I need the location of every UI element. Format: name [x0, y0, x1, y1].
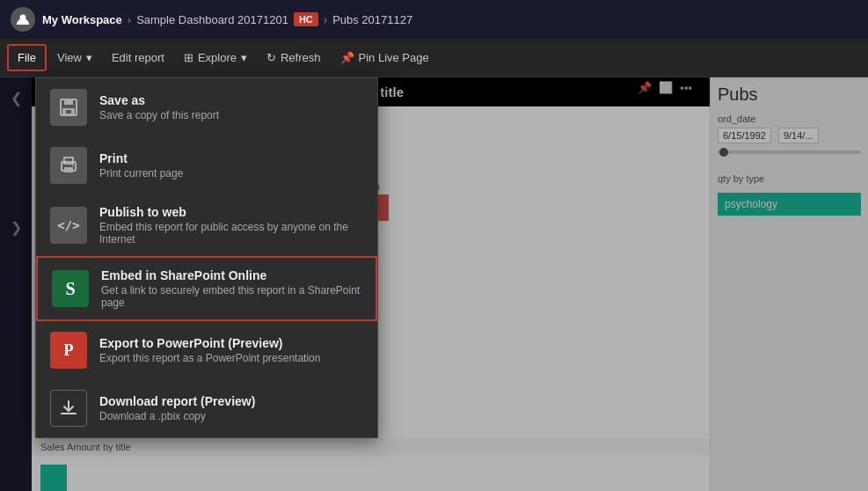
breadcrumb: My Workspace › Sample Dashboard 20171201… — [42, 12, 412, 26]
print-title: Print — [99, 151, 183, 165]
breadcrumb-sep2: › — [324, 13, 327, 26]
file-menu-button[interactable]: File — [7, 44, 47, 71]
menu-item-save-as[interactable]: Save as Save a copy of this report — [36, 78, 377, 136]
print-icon — [50, 147, 87, 184]
top-nav: My Workspace › Sample Dashboard 20171201… — [0, 0, 868, 39]
embed-sharepoint-title: Embed in SharePoint Online — [101, 268, 361, 282]
publish-icon: </> — [50, 207, 87, 244]
publish-title: Publish to web — [99, 205, 363, 219]
download-icon — [50, 390, 87, 427]
explore-icon: ⊞ — [184, 51, 193, 64]
embed-sharepoint-text: Embed in SharePoint Online Get a link to… — [101, 268, 361, 309]
refresh-icon: ↻ — [266, 51, 276, 64]
sharepoint-icon: S — [52, 270, 89, 307]
pin-icon: 📌 — [340, 51, 354, 64]
menu-item-download[interactable]: Download report (Preview) Download a .pb… — [36, 379, 377, 437]
view-label: View — [57, 51, 82, 64]
svg-rect-2 — [64, 99, 73, 105]
export-ppt-desc: Export this report as a PowerPoint prese… — [99, 352, 320, 364]
file-dropdown-menu: Save as Save a copy of this report Print… — [35, 77, 378, 438]
export-ppt-title: Export to PowerPoint (Preview) — [99, 336, 320, 350]
toolbar: File View ▾ Edit report ⊞ Explore ▾ ↻ Re… — [0, 39, 868, 77]
pin-label: Pin Live Page — [359, 51, 429, 64]
breadcrumb-sep1: › — [128, 13, 131, 26]
svg-rect-7 — [64, 167, 73, 172]
download-desc: Download a .pbix copy — [99, 410, 255, 422]
menu-item-embed-sharepoint[interactable]: S Embed in SharePoint Online Get a link … — [36, 256, 377, 321]
print-desc: Print current page — [99, 167, 183, 180]
save-as-title: Save as — [99, 93, 219, 107]
explore-label: Explore — [198, 51, 237, 64]
view-chevron-icon: ▾ — [86, 51, 92, 64]
svg-point-8 — [72, 165, 74, 166]
refresh-label: Refresh — [281, 51, 321, 64]
badge-hc: HC — [294, 12, 318, 26]
save-as-text: Save as Save a copy of this report — [99, 93, 219, 121]
view-button[interactable]: View ▾ — [48, 46, 101, 70]
menu-item-print[interactable]: Print Print current page — [36, 136, 377, 194]
download-text: Download report (Preview) Download a .pb… — [99, 394, 255, 422]
avatar — [11, 7, 35, 32]
publish-text: Publish to web Embed this report for pub… — [99, 205, 363, 246]
pin-live-page-button[interactable]: 📌 Pin Live Page — [332, 46, 438, 70]
report-link[interactable]: Pubs 20171127 — [332, 13, 412, 26]
download-title: Download report (Preview) — [99, 394, 255, 408]
workspace-link[interactable]: My Workspace — [42, 13, 122, 26]
export-ppt-text: Export to PowerPoint (Preview) Export th… — [99, 336, 320, 364]
explore-chevron-icon: ▾ — [241, 51, 247, 64]
save-as-desc: Save a copy of this report — [99, 109, 219, 121]
menu-item-export-ppt[interactable]: P Export to PowerPoint (Preview) Export … — [36, 321, 377, 379]
edit-report-button[interactable]: Edit report — [103, 46, 173, 70]
svg-rect-4 — [66, 110, 71, 114]
refresh-button[interactable]: ↻ Refresh — [258, 46, 330, 70]
publish-desc: Embed this report for public access by a… — [99, 221, 363, 246]
explore-button[interactable]: ⊞ Explore ▾ — [175, 46, 256, 70]
print-text: Print Print current page — [99, 151, 183, 180]
save-as-icon — [50, 89, 87, 126]
menu-item-publish[interactable]: </> Publish to web Embed this report for… — [36, 194, 377, 256]
embed-sharepoint-desc: Get a link to securely embed this report… — [101, 284, 361, 309]
dashboard-link[interactable]: Sample Dashboard 20171201 — [136, 13, 288, 26]
powerpoint-icon: P — [50, 332, 87, 369]
svg-rect-6 — [64, 158, 73, 164]
